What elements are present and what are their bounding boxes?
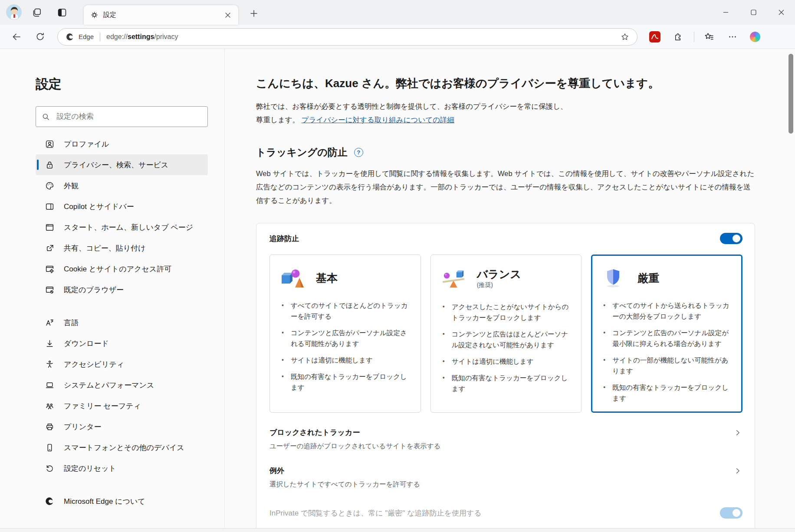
blocked-trackers-row[interactable]: ブロックされたトラッカー ユーザーの追跡がブロックされているサイトを表示する xyxy=(269,428,742,451)
sidebar-item-about-edge[interactable]: Microsoft Edge について xyxy=(36,491,208,512)
search-input[interactable] xyxy=(56,112,202,121)
scrollbar-thumb[interactable] xyxy=(788,54,793,134)
gear-favicon xyxy=(91,11,98,19)
sidebar-nav: プロファイル プライバシー、検索、サービス xyxy=(36,134,208,512)
close-window-button[interactable] xyxy=(767,0,795,25)
reset-arrow-icon xyxy=(45,463,54,473)
toolbar-divider xyxy=(694,32,694,42)
card-bullet-list: すべてのサイトでほとんどのトラッカーを許可する コンテンツと広告がパーソナル設定… xyxy=(280,300,411,393)
laptop-icon xyxy=(45,380,54,390)
help-icon[interactable]: ? xyxy=(354,148,363,157)
download-icon xyxy=(45,339,54,348)
card-subtitle: (推奨) xyxy=(477,281,521,289)
sidebar-item-label: 設定のリセット xyxy=(64,463,116,473)
sidebar-item-start-home-newtab[interactable]: スタート、ホーム、新しいタブ ページ xyxy=(36,217,208,238)
copilot-icon[interactable] xyxy=(749,31,761,43)
tab-settings[interactable]: 設定 xyxy=(84,5,238,25)
card-bullet: 既知の有害なトラッカーをブロックします xyxy=(441,372,572,394)
smartphone-icon xyxy=(45,443,54,452)
acrobat-extension-icon[interactable] xyxy=(649,31,661,43)
search-icon xyxy=(42,113,49,121)
extensions-puzzle-icon[interactable] xyxy=(672,31,684,43)
favorite-star-icon[interactable] xyxy=(620,32,630,42)
back-button[interactable] xyxy=(10,30,23,44)
address-bar[interactable]: Edge edge://settings/privacy xyxy=(57,28,637,46)
sidebar-item-label: ファミリー セーフティ xyxy=(64,401,141,411)
workspaces-icon[interactable] xyxy=(31,7,43,18)
settings-page: 設定 プロファイル xyxy=(0,49,795,532)
printer-icon xyxy=(45,422,54,431)
card-title: 厳重 xyxy=(637,272,659,284)
tracking-prevention-toggle[interactable] xyxy=(720,233,742,244)
card-bullet: すべてのサイトでほとんどのトラッカーを許可する xyxy=(280,300,411,322)
tab-strip: 設定 xyxy=(0,0,795,25)
card-bullet: サイトの一部が機能しない可能性があります xyxy=(602,355,733,376)
sidebar-group-divider xyxy=(36,300,208,312)
sidebar-item-default-browser[interactable]: 既定のブラウザー xyxy=(36,279,208,300)
sidebar-item-label: システムとパフォーマンス xyxy=(64,380,154,390)
shield-icon xyxy=(602,268,626,288)
balance-scale-icon xyxy=(441,269,466,289)
privacy-greeting-title: こんにちは、Kazue さん。弊社ではお客様のプライバシーを尊重しています。 xyxy=(256,76,755,91)
card-bullet: 既知の有害なトラッカーをブロックします xyxy=(602,382,733,404)
privacy-learn-more-link[interactable]: プライバシーに対する取り組みについての詳細 xyxy=(302,116,454,124)
sidebar-item-phone-devices[interactable]: スマートフォンとその他のデバイス xyxy=(36,437,208,458)
browser-profile-avatar[interactable] xyxy=(6,4,22,20)
chevron-right-icon xyxy=(733,466,742,476)
card-title: バランス xyxy=(477,268,521,280)
sidebar-item-label: 言語 xyxy=(64,318,79,328)
new-tab-button[interactable] xyxy=(248,8,260,19)
settings-search-box[interactable] xyxy=(36,106,208,127)
people-group-icon xyxy=(45,401,54,411)
sidebar-item-privacy[interactable]: プライバシー、検索、サービス xyxy=(36,154,208,175)
sidebar-item-system-performance[interactable]: システムとパフォーマンス xyxy=(36,375,208,395)
sidebar-layout-icon xyxy=(45,202,54,211)
minimize-button[interactable] xyxy=(712,0,739,25)
lock-icon xyxy=(45,160,54,170)
sidebar-title: 設定 xyxy=(36,75,208,93)
sidebar-item-label: プライバシー、検索、サービス xyxy=(64,160,168,170)
tracking-prevention-panel: 追跡防止 xyxy=(256,223,755,532)
sidebar-item-label: 外観 xyxy=(64,181,79,191)
exceptions-description: 選択したサイトですべてのトラッカーを許可する xyxy=(269,480,742,489)
sidebar-item-printers[interactable]: プリンター xyxy=(36,416,208,437)
share-icon xyxy=(45,243,54,253)
card-bullet: 既知の有害なトラッカーをブロックします xyxy=(280,371,411,393)
refresh-button[interactable] xyxy=(33,30,47,44)
browser-toolbar: Edge edge://settings/privacy xyxy=(0,25,795,49)
sidebar-item-appearance[interactable]: 外観 xyxy=(36,175,208,196)
maximize-button[interactable] xyxy=(739,0,767,25)
sidebar-item-label: プロファイル xyxy=(64,139,109,149)
tracking-toggle-row: 追跡防止 xyxy=(269,233,742,244)
blocked-trackers-title: ブロックされたトラッカー xyxy=(269,428,360,437)
sidebar-item-copilot-sidebar[interactable]: Copilot とサイドバー xyxy=(36,196,208,217)
card-bullet: コンテンツと広告のパーソナル設定が最小限に抑えられる場合があります xyxy=(602,327,733,349)
card-title: 基本 xyxy=(316,272,338,284)
tracking-card-balanced[interactable]: バランス (推奨) アクセスしたことがないサイトからのトラッカーをブロックします… xyxy=(430,255,582,413)
tab-close-icon[interactable] xyxy=(223,10,233,20)
sidebar-item-label: ダウンロード xyxy=(64,339,109,349)
sidebar-item-reset-settings[interactable]: 設定のリセット xyxy=(36,458,208,479)
tab-actions-menu-icon[interactable] xyxy=(56,7,68,18)
favorites-hub-icon[interactable] xyxy=(703,31,715,43)
tracking-card-basic[interactable]: 基本 すべてのサイトでほとんどのトラッカーを許可する コンテンツと広告がパーソナ… xyxy=(269,255,421,413)
edge-logo-icon xyxy=(66,33,74,41)
browser-check-icon xyxy=(45,285,54,294)
sidebar-item-family-safety[interactable]: ファミリー セーフティ xyxy=(36,395,208,416)
sidebar-item-downloads[interactable]: ダウンロード xyxy=(36,333,208,354)
cookies-gear-icon xyxy=(45,264,54,274)
settings-menu-icon[interactable] xyxy=(726,31,739,43)
sidebar-item-share-copy-paste[interactable]: 共有、コピー、貼り付け xyxy=(36,238,208,258)
active-indicator xyxy=(37,160,39,170)
sidebar-item-label: Cookie とサイトのアクセス許可 xyxy=(64,264,171,274)
sidebar-item-languages[interactable]: 言語 xyxy=(36,312,208,333)
sidebar-item-cookies-permissions[interactable]: Cookie とサイトのアクセス許可 xyxy=(36,258,208,279)
tracking-card-strict[interactable]: 厳重 すべてのサイトから送られるトラッカーの大部分をブロックします コンテンツと… xyxy=(591,255,742,413)
sidebar-item-profile[interactable]: プロファイル xyxy=(36,134,208,154)
sidebar-item-accessibility[interactable]: アクセシビリティ xyxy=(36,354,208,375)
inprivate-strict-toggle xyxy=(720,507,742,519)
card-bullet-list: アクセスしたことがないサイトからのトラッカーをブロックします コンテンツと広告は… xyxy=(441,301,572,394)
site-brand-label: Edge xyxy=(79,33,94,40)
exceptions-row[interactable]: 例外 選択したサイトですべてのトラッカーを許可する xyxy=(269,466,742,489)
card-bullet-list: すべてのサイトから送られるトラッカーの大部分をブロックします コンテンツと広告の… xyxy=(602,300,733,404)
